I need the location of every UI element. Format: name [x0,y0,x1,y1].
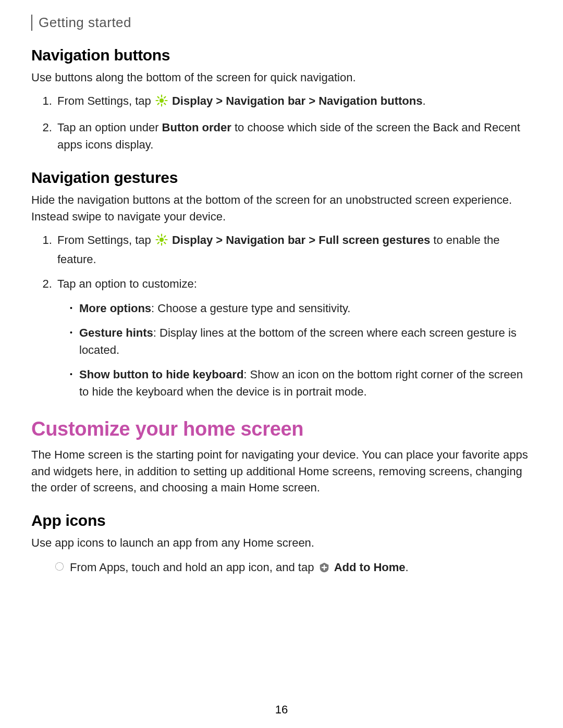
breadcrumb: Getting started [39,15,131,30]
bullet-list: From Apps, touch and hold an app icon, a… [31,559,535,578]
bold-text: Add to Home [334,561,406,574]
list-item: From Apps, touch and hold an app icon, a… [55,559,535,578]
svg-point-9 [160,237,164,241]
bold-text: More options [79,302,151,315]
bold-path: Display > Navigation bar > Navigation bu… [172,94,422,107]
text: . [422,94,425,107]
text: Tap an option under [57,121,162,134]
list-item: More options: Choose a gesture type and … [68,300,535,317]
paragraph: Use buttons along the bottom of the scre… [31,69,535,86]
bullet-list: More options: Choose a gesture type and … [57,300,535,400]
ordered-list: From Settings, tap Displ [31,231,535,400]
paragraph: Use app icons to launch an app from any … [31,535,535,551]
text: : Choose a gesture type and sensitivity. [151,302,350,315]
text: From Settings, tap [57,233,154,246]
list-item: Gesture hints: Display lines at the bott… [68,324,535,359]
paragraph: Hide the navigation buttons at the botto… [31,192,535,225]
text: Tap an option to customize: [57,277,197,290]
heading-app-icons: App icons [31,512,535,529]
bold-text: Show button to hide keyboard [79,368,243,381]
text: From Settings, tap [57,94,154,107]
heading-customize-home-screen: Customize your home screen [31,418,535,440]
list-item: Show button to hide keyboard: Show an ic… [68,366,535,400]
text: . [406,561,409,574]
svg-line-17 [164,236,165,237]
svg-line-7 [157,103,158,104]
brightness-sun-icon [155,233,168,251]
list-item: Tap an option under Button order to choo… [55,119,535,153]
svg-line-14 [157,236,158,237]
bold-path: Display > Navigation bar > Full screen g… [172,233,430,246]
list-item: From Settings, tap Displ [55,92,535,112]
heading-navigation-buttons: Navigation buttons [31,46,535,64]
svg-line-8 [164,96,165,97]
list-item: Tap an option to customize: More options… [55,275,535,400]
paragraph: The Home screen is the starting point fo… [31,447,535,497]
bold-text: Gesture hints [79,326,153,339]
svg-line-6 [164,103,165,104]
list-item: From Settings, tap Displ [55,231,535,268]
ordered-list: From Settings, tap Displ [31,92,535,153]
add-to-home-icon [319,561,330,578]
svg-line-15 [164,242,165,243]
manual-page: Getting started Navigation buttons Use b… [0,0,563,728]
header-bar: Getting started [31,15,535,31]
bold-text: Button order [162,121,231,134]
page-number: 16 [0,703,563,717]
heading-navigation-gestures: Navigation gestures [31,169,535,187]
svg-line-5 [157,96,158,97]
brightness-sun-icon [155,94,168,112]
svg-point-0 [160,98,164,103]
text: From Apps, touch and hold an app icon, a… [70,561,317,574]
svg-line-16 [157,242,158,243]
